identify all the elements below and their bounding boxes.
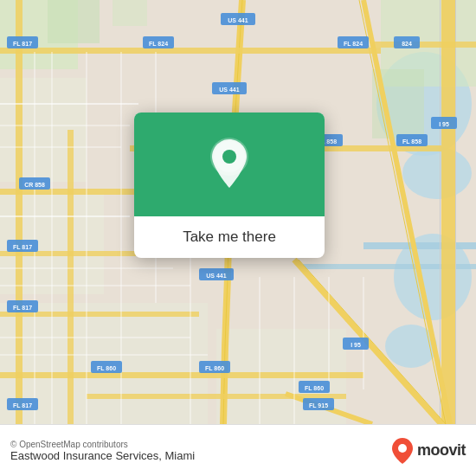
map-container: FL 817 FL 824 FL 824 824 US 441 US 441 F… (0, 0, 476, 424)
svg-rect-24 (0, 48, 381, 54)
svg-text:FL 860: FL 860 (97, 365, 116, 371)
svg-text:I 95: I 95 (351, 342, 361, 348)
svg-text:US 441: US 441 (206, 273, 226, 279)
svg-text:CR 858: CR 858 (24, 182, 45, 188)
take-me-there-button[interactable]: Take me there (134, 216, 325, 258)
moovit-text: moovit (417, 441, 466, 460)
info-bar: © OpenStreetMap contributors Eastwood In… (0, 424, 476, 476)
svg-text:US 441: US 441 (228, 17, 248, 23)
moovit-logo: moovit (391, 437, 466, 465)
svg-text:I 95: I 95 (439, 121, 449, 127)
svg-text:FL 817: FL 817 (13, 41, 32, 47)
svg-text:FL 915: FL 915 (309, 402, 328, 408)
svg-point-2 (402, 147, 472, 199)
svg-point-98 (398, 444, 407, 453)
svg-rect-23 (68, 130, 74, 424)
svg-rect-25 (372, 42, 476, 48)
svg-text:FL 817: FL 817 (13, 244, 32, 250)
svg-text:FL 860: FL 860 (305, 385, 324, 391)
svg-text:824: 824 (402, 41, 412, 47)
svg-text:FL 824: FL 824 (149, 41, 168, 47)
location-name: Eastwood Insurance Services, Miami (10, 449, 195, 462)
svg-rect-18 (440, 0, 441, 424)
svg-rect-17 (441, 0, 455, 424)
svg-point-97 (222, 150, 236, 164)
svg-rect-19 (455, 0, 456, 424)
moovit-pin-icon (391, 437, 414, 465)
attribution-text: © OpenStreetMap contributors (10, 440, 195, 449)
svg-text:US 441: US 441 (219, 87, 239, 93)
svg-text:FL 817: FL 817 (13, 402, 32, 408)
svg-rect-9 (113, 0, 147, 26)
svg-rect-5 (363, 242, 476, 249)
svg-text:FL 817: FL 817 (13, 305, 32, 311)
popup-card: Take me there (134, 113, 325, 258)
svg-rect-30 (0, 372, 363, 378)
svg-text:FL 860: FL 860 (205, 365, 224, 371)
svg-text:FL 824: FL 824 (344, 41, 363, 47)
popup-green-area (134, 113, 325, 216)
svg-rect-8 (48, 0, 100, 43)
svg-rect-22 (16, 0, 23, 424)
svg-text:FL 858: FL 858 (402, 138, 421, 145)
info-text: © OpenStreetMap contributors Eastwood In… (10, 440, 195, 462)
location-pin-icon (207, 138, 252, 191)
